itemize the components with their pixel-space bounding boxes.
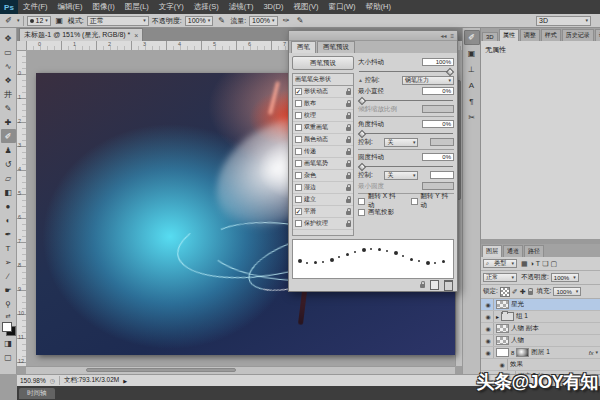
eye-toggle[interactable]: ◉ [483, 335, 494, 346]
dynamics-item-湿边[interactable]: 湿边 [293, 182, 353, 194]
menu-item-视图(V)[interactable]: 视图(V) [288, 2, 323, 12]
move-tool[interactable]: ✥ [1, 31, 16, 45]
layer-blend-mode-select[interactable]: 正常 ▾ [483, 273, 517, 282]
dynamics-item-形状动态[interactable]: ✓形状动态 [293, 86, 353, 98]
healing-brush-tool[interactable]: ✚ [1, 115, 16, 129]
delete-brush-icon[interactable] [444, 280, 453, 291]
close-icon[interactable]: × [134, 32, 138, 39]
layer-thumbnail[interactable] [496, 336, 509, 345]
roundness-control-input[interactable] [430, 171, 454, 179]
checkbox[interactable] [295, 196, 302, 203]
dodge-tool[interactable]: ◐ [1, 213, 16, 227]
dynamics-item-散布[interactable]: 散布 [293, 98, 353, 110]
tab-路径[interactable]: 路径 [524, 245, 544, 257]
collapse-icon[interactable]: ◂◂ [440, 32, 446, 39]
tablet-pressure-opacity-icon[interactable]: ✎ [216, 15, 227, 26]
tab-历史记录[interactable]: 历史记录 [562, 29, 594, 41]
tool-dropdown-icon[interactable]: ▾ [17, 18, 20, 23]
lock-transparency-icon[interactable] [500, 287, 510, 297]
layer-row-组 1[interactable]: ◉▸组 1 [481, 311, 600, 323]
document-tab[interactable]: 未标题-1 @ 151% (星光, RGB/8) * × [19, 28, 143, 41]
airbrush-icon[interactable]: ✑ [281, 15, 292, 26]
menu-item-窗口(W)[interactable]: 窗口(W) [323, 2, 360, 12]
brush-tool[interactable]: ✐ [1, 129, 16, 143]
angle-jitter-slider[interactable] [359, 130, 453, 136]
min-diameter-input[interactable]: 0% [422, 87, 454, 95]
timeline-tab[interactable]: 时间轴 [19, 388, 55, 399]
layer-filter-select[interactable]: ⌕ 类型 ▾ [483, 259, 517, 268]
dynamics-item-纹理[interactable]: 纹理 [293, 110, 353, 122]
tab-样式[interactable]: 样式 [541, 29, 561, 41]
tab-调整[interactable]: 调整 [520, 29, 540, 41]
brush-panel-icon[interactable]: ✐ [464, 30, 480, 45]
flip-y-checkbox[interactable] [411, 198, 418, 205]
workspace-select[interactable]: 3D ▾ [536, 16, 591, 26]
blur-tool[interactable]: ● [1, 199, 16, 213]
eye-toggle[interactable]: ◉ [483, 299, 494, 310]
filter-shape-layers-icon[interactable]: ❏ [542, 260, 548, 268]
lock-position-icon[interactable]: ✚ [520, 288, 526, 296]
angle-jitter-input[interactable]: 0% [422, 120, 454, 128]
lock-icon[interactable] [420, 284, 425, 288]
checkbox[interactable] [295, 112, 302, 119]
layers-opacity-select[interactable]: 100% ▾ [551, 273, 579, 282]
marquee-tool[interactable]: ▭ [1, 45, 16, 59]
color-swatches[interactable] [1, 321, 16, 336]
roundness-jitter-input[interactable]: 0% [422, 153, 454, 161]
checkbox[interactable] [295, 220, 302, 227]
hand-tool[interactable]: ☛ [1, 283, 16, 297]
checkbox[interactable]: ✓ [295, 208, 302, 215]
gradient-tool[interactable]: ◧ [1, 185, 16, 199]
lock-image-icon[interactable]: ✐ [512, 288, 518, 296]
dynamics-item-杂色[interactable]: 杂色 [293, 170, 353, 182]
tab-3D[interactable]: 3D [482, 32, 498, 41]
screen-mode-icon[interactable]: ▢ [1, 350, 16, 364]
filter-type-layers-icon[interactable]: T [536, 260, 540, 268]
menu-item-图像(I)[interactable]: 图像(I) [88, 2, 120, 12]
checkbox[interactable] [295, 160, 302, 167]
chevron-down-icon[interactable]: ▾ [595, 350, 598, 355]
layer-row-星光[interactable]: ◉星光 [481, 299, 600, 311]
menu-item-文件(F)[interactable]: 文件(F) [18, 2, 53, 12]
quick-selection-tool[interactable]: ❖ [1, 73, 16, 87]
dynamics-item-画笔笔势[interactable]: 画笔笔势 [293, 158, 353, 170]
eraser-tool[interactable]: ▱ [1, 171, 16, 185]
lock-all-icon[interactable] [528, 291, 533, 295]
zoom-level[interactable]: 150.98% [20, 377, 46, 384]
brush-projection-checkbox[interactable] [358, 209, 365, 216]
eyedropper-tool[interactable]: ✎ [1, 101, 16, 115]
menu-item-3D(D)[interactable]: 3D(D) [258, 2, 288, 12]
blend-mode-select[interactable]: 正常 ▾ [87, 16, 149, 26]
character-panel-icon[interactable]: A [464, 78, 480, 93]
checkbox[interactable]: ✓ [295, 88, 302, 95]
3d-panel-icon[interactable]: ✂ [464, 110, 480, 125]
foreground-color-swatch[interactable] [2, 322, 12, 332]
layer-thumbnail[interactable] [496, 348, 509, 357]
fill-select[interactable]: 100% ▾ [553, 287, 581, 296]
panel-menu-icon[interactable]: ≡ [450, 33, 454, 39]
tab-画笔预设[interactable]: 画笔预设 [317, 41, 355, 53]
roundness-jitter-slider[interactable] [359, 163, 453, 169]
layer-thumbnail[interactable] [496, 300, 509, 309]
min-diameter-slider[interactable] [359, 97, 453, 103]
layer-row-人物[interactable]: ◉人物 [481, 335, 600, 347]
tab-通道[interactable]: 通道 [503, 245, 523, 257]
dynamics-item-保护纹理[interactable]: 保护纹理 [293, 218, 353, 230]
status-popup-icon[interactable]: ▶ [123, 378, 127, 384]
checkbox[interactable] [295, 184, 302, 191]
scrollbar-thumb[interactable] [86, 368, 236, 372]
new-brush-icon[interactable] [430, 280, 439, 290]
eye-toggle[interactable]: ◉ [497, 359, 508, 370]
eye-toggle[interactable]: ◉ [483, 323, 494, 334]
dynamics-item-平滑[interactable]: ✓平滑 [293, 206, 353, 218]
fx-badge[interactable]: fx [589, 350, 594, 356]
size-jitter-input[interactable]: 100% [422, 58, 454, 66]
pen-tool[interactable]: ✒ [1, 227, 16, 241]
tablet-pressure-size-icon[interactable]: ✎ [295, 15, 306, 26]
menu-item-选择(S)[interactable]: 选择(S) [189, 2, 224, 12]
group-arrow-icon[interactable]: ▸ [496, 313, 499, 320]
flip-x-checkbox[interactable] [358, 198, 365, 205]
roundness-control-select[interactable]: 关▾ [384, 171, 418, 180]
eye-toggle[interactable]: ◉ [483, 347, 494, 358]
checkbox[interactable] [295, 100, 302, 107]
